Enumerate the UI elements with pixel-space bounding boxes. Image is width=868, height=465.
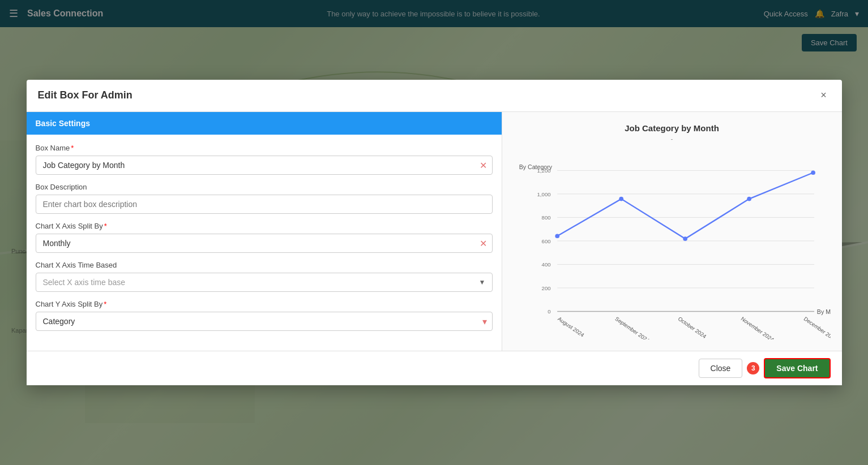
save-chart-button[interactable]: Save Chart [764, 358, 830, 378]
chart-area: By Category 0 200 400 [514, 152, 831, 339]
chart-x-time-label: Chart X Axis Time Based [36, 261, 493, 269]
svg-text:0: 0 [548, 308, 550, 315]
box-description-group: Box Description [36, 183, 493, 214]
box-name-label: Box Name* [36, 144, 493, 152]
x-axis-label: By Mon [816, 308, 830, 315]
svg-text:600: 600 [541, 238, 550, 244]
x-label-3: October 2024 [677, 315, 708, 339]
data-point-2 [619, 197, 623, 201]
modal-close-button[interactable]: × [817, 89, 831, 102]
chart-x-time-group: Chart X Axis Time Based Select X axis ti… [36, 261, 493, 292]
svg-text:1,000: 1,000 [537, 191, 550, 197]
data-point-1 [555, 234, 559, 238]
box-name-group: Box Name* ✕ [36, 144, 493, 175]
svg-text:400: 400 [541, 261, 550, 268]
required-indicator: * [71, 144, 74, 152]
chart-x-axis-input-wrapper: ✕ [36, 234, 493, 253]
data-point-5 [811, 170, 815, 175]
x-label-4: November 2024 [739, 315, 775, 339]
chart-subtitle: - [514, 135, 831, 143]
svg-text:1,200: 1,200 [537, 167, 550, 174]
close-button[interactable]: Close [699, 359, 743, 378]
box-name-input-wrapper: ✕ [36, 156, 493, 175]
data-point-4 [747, 197, 751, 201]
chart-y-axis-group: Chart Y Axis Split By* ▾ [36, 300, 493, 331]
chart-x-time-select[interactable]: Select X axis time base Daily Weekly Mon… [36, 273, 493, 292]
x-label-2: September 2024 [614, 315, 651, 339]
chart-line [557, 173, 813, 239]
chart-y-axis-input[interactable] [36, 312, 493, 331]
data-point-3 [683, 236, 687, 241]
modal-overlay: Edit Box For Admin × Basic Settings Box … [0, 0, 868, 465]
chart-x-axis-group: Chart X Axis Split By* ✕ [36, 222, 493, 253]
box-description-label: Box Description [36, 183, 493, 191]
modal-body: Basic Settings Box Name* ✕ [27, 112, 842, 351]
chart-x-axis-input[interactable] [36, 234, 493, 253]
x-label-1: August 2024 [557, 315, 585, 338]
form-content: Box Name* ✕ Box Description [27, 135, 502, 340]
chart-x-axis-clear-button[interactable]: ✕ [480, 238, 487, 248]
form-panel: Basic Settings Box Name* ✕ [27, 112, 502, 351]
chart-title: Job Category by Month [514, 123, 831, 133]
chart-panel: Job Category by Month - By Category 0 [502, 112, 842, 351]
chart-y-axis-clear-button[interactable]: ▾ [482, 316, 487, 326]
x-label-5: December 2024 [802, 315, 830, 339]
badge-counter: 3 [747, 362, 759, 374]
chart-y-axis-label: Chart Y Axis Split By* [36, 300, 493, 308]
basic-settings-header: Basic Settings [27, 112, 502, 135]
modal-header: Edit Box For Admin × [27, 80, 842, 112]
svg-text:800: 800 [541, 214, 550, 221]
svg-text:200: 200 [541, 285, 550, 291]
box-name-input[interactable] [36, 156, 493, 175]
form-panel-inner[interactable]: Basic Settings Box Name* ✕ [27, 112, 502, 351]
box-description-input[interactable] [36, 195, 493, 214]
box-name-clear-button[interactable]: ✕ [480, 160, 487, 170]
chart-y-axis-input-wrapper: ▾ [36, 312, 493, 331]
chart-x-axis-label: Chart X Axis Split By* [36, 222, 493, 230]
chart-svg: By Category 0 200 400 [514, 152, 831, 339]
chart-x-time-select-wrapper: Select X axis time base Daily Weekly Mon… [36, 273, 493, 292]
edit-box-modal: Edit Box For Admin × Basic Settings Box … [27, 80, 842, 385]
modal-title: Edit Box For Admin [38, 89, 132, 101]
modal-footer: Close 3 Save Chart [27, 351, 842, 385]
